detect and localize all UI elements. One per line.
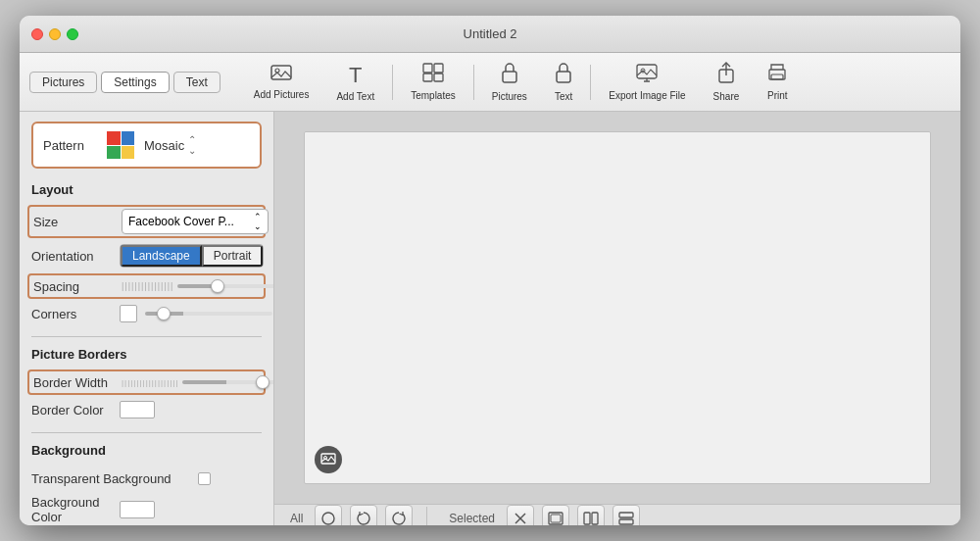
corners-control xyxy=(120,305,274,322)
corner-checkbox[interactable] xyxy=(120,305,137,322)
canvas-frame xyxy=(304,131,931,484)
bg-color-row: Background Color xyxy=(31,491,262,525)
svg-rect-5 xyxy=(434,74,443,81)
share-button[interactable]: Share xyxy=(700,58,754,106)
split-h-btn[interactable] xyxy=(612,505,640,525)
layout-header: Layout xyxy=(31,182,262,197)
tab-settings[interactable]: Settings xyxy=(101,72,169,93)
add-text-label: Add Text xyxy=(336,91,374,102)
svg-rect-8 xyxy=(637,65,657,78)
main-window: Untitled 2 Pictures Settings Text Add Pi… xyxy=(20,16,960,525)
background-header: Background xyxy=(31,443,262,458)
all-rotate-cw-btn[interactable] xyxy=(350,505,377,525)
size-label: Size xyxy=(33,215,122,229)
border-color-label: Border Color xyxy=(31,403,120,418)
border-width-row: Border Width ||||||||||||||||||| xyxy=(27,369,266,395)
add-text-button[interactable]: T Add Text xyxy=(322,59,388,106)
toolbar: Pictures Settings Text Add Pictures T Ad… xyxy=(20,53,960,112)
transparent-bg-checkbox[interactable] xyxy=(198,472,211,485)
toolbar-sep-2 xyxy=(473,65,474,100)
export-label: Export Image File xyxy=(609,90,685,101)
text-lock-icon xyxy=(555,62,572,88)
pictures-lock-icon xyxy=(501,62,518,88)
selected-label: Selected xyxy=(449,512,495,525)
canvas-viewport[interactable] xyxy=(274,112,960,504)
window-title: Untitled 2 xyxy=(464,26,517,41)
toolbar-sep-1 xyxy=(392,65,393,100)
border-color-swatch[interactable] xyxy=(120,401,155,418)
border-color-row: Border Color xyxy=(31,397,262,422)
size-dropdown[interactable]: Facebook Cover P... ⌃⌄ xyxy=(122,209,269,234)
svg-point-18 xyxy=(322,513,334,524)
all-reset-btn[interactable] xyxy=(315,505,342,525)
pictures-tool-button[interactable]: Pictures xyxy=(478,58,541,106)
border-width-slider-container: ||||||||||||||||||| xyxy=(122,378,274,387)
pattern-icon xyxy=(107,131,134,159)
share-label: Share xyxy=(713,91,740,102)
divider-1 xyxy=(31,336,262,337)
spacing-label: Spacing xyxy=(33,279,122,294)
pattern-row: Pattern Mosaic ⌃⌄ xyxy=(31,122,262,169)
portrait-btn[interactable]: Portrait xyxy=(202,245,264,267)
border-ticks: ||||||||||||||||||| xyxy=(122,378,178,387)
add-pictures-icon xyxy=(270,64,292,86)
spacing-ticks: |||||||||||||||| xyxy=(122,281,173,291)
svg-rect-23 xyxy=(584,513,590,524)
sidebar: Pattern Mosaic ⌃⌄ Layout Size xyxy=(20,112,274,525)
svg-rect-3 xyxy=(434,64,443,73)
minimize-button[interactable] xyxy=(49,28,61,40)
spacing-row: Spacing |||||||||||||||| xyxy=(27,273,266,299)
add-text-icon: T xyxy=(349,63,362,88)
delete-selected-btn[interactable] xyxy=(507,505,534,525)
split-v-btn[interactable] xyxy=(577,505,605,525)
pattern-select-arrow: ⌃⌄ xyxy=(188,134,196,156)
border-width-control: ||||||||||||||||||| xyxy=(122,378,274,387)
fullscreen-button[interactable] xyxy=(67,28,78,40)
landscape-btn[interactable]: Landscape xyxy=(121,245,202,267)
svg-rect-7 xyxy=(557,72,570,82)
templates-icon xyxy=(422,63,444,87)
orientation-row: Orientation Landscape Portrait xyxy=(31,240,262,271)
svg-rect-2 xyxy=(423,64,432,73)
export-button[interactable]: Export Image File xyxy=(595,59,699,105)
titlebar: Untitled 2 xyxy=(20,16,960,53)
traffic-lights xyxy=(31,28,78,40)
divider-2 xyxy=(31,432,262,433)
print-button[interactable]: Print xyxy=(753,59,802,105)
size-arrow: ⌃⌄ xyxy=(254,212,262,231)
corners-slider[interactable] xyxy=(145,312,272,316)
fit-selected-btn[interactable] xyxy=(542,505,569,525)
text-tool-button[interactable]: Text xyxy=(541,58,586,106)
pattern-label: Pattern xyxy=(43,138,97,153)
border-width-slider[interactable] xyxy=(182,380,274,384)
tab-text[interactable]: Text xyxy=(173,72,220,93)
templates-label: Templates xyxy=(411,90,456,101)
border-color-control xyxy=(120,401,262,418)
bg-color-swatch[interactable] xyxy=(120,501,155,518)
add-pictures-button[interactable]: Add Pictures xyxy=(240,60,323,104)
pictures-tool-label: Pictures xyxy=(492,91,527,102)
svg-rect-22 xyxy=(551,515,561,522)
view-tabs: Pictures Settings Text xyxy=(29,72,220,93)
transparent-bg-label: Transparent Background xyxy=(31,471,198,486)
bottom-toolbar: All Selected xyxy=(274,504,960,525)
templates-button[interactable]: Templates xyxy=(397,59,469,105)
picture-borders-header: Picture Borders xyxy=(31,347,262,362)
close-button[interactable] xyxy=(31,28,43,40)
corners-controls xyxy=(120,305,274,322)
add-pictures-label: Add Pictures xyxy=(254,89,310,100)
spacing-slider[interactable] xyxy=(177,284,274,288)
bg-color-label: Background Color xyxy=(31,495,120,524)
all-label: All xyxy=(290,512,303,525)
all-rotate-ccw-btn[interactable] xyxy=(385,505,413,525)
bg-color-control xyxy=(120,501,262,518)
corners-row: Corners xyxy=(31,301,262,326)
toolbar-sep-3 xyxy=(590,65,591,100)
tab-pictures[interactable]: Pictures xyxy=(29,72,97,93)
print-label: Print xyxy=(767,90,788,101)
pattern-value: Mosaic xyxy=(144,138,184,153)
corners-label: Corners xyxy=(31,307,120,321)
svg-rect-6 xyxy=(503,72,516,82)
svg-rect-25 xyxy=(619,513,633,517)
pattern-select[interactable]: Mosaic ⌃⌄ xyxy=(144,134,196,156)
